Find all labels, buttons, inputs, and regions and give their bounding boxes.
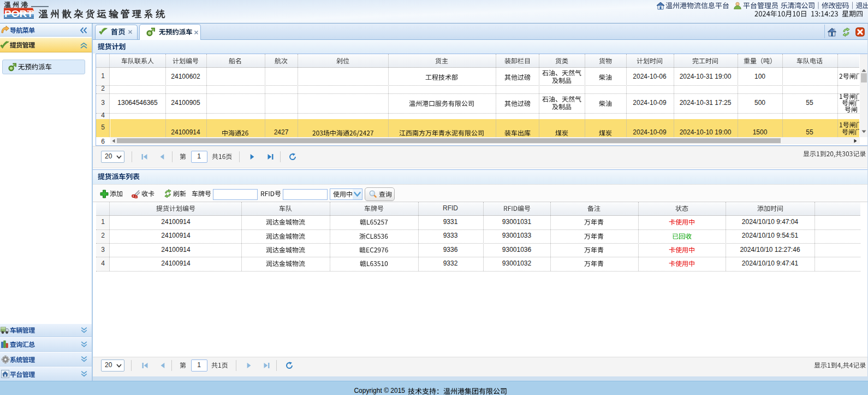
svg-text:PORT: PORT	[4, 9, 34, 19]
